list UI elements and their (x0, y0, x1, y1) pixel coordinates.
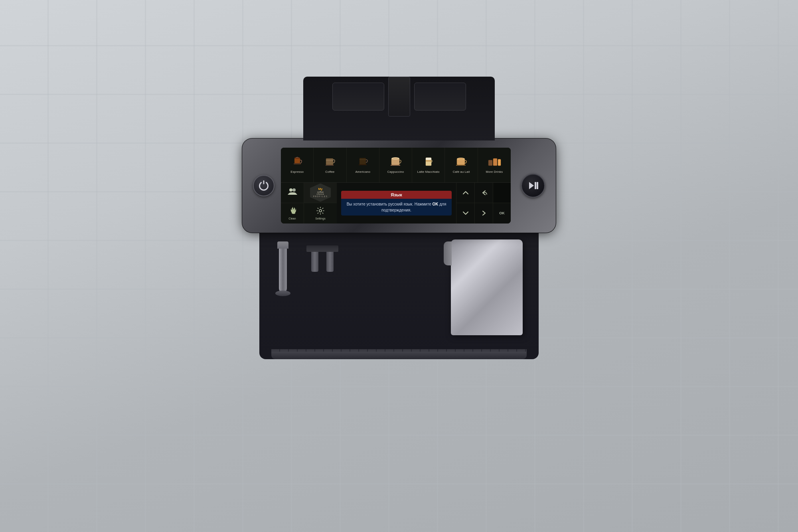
svg-point-1 (294, 157, 300, 159)
coffee-label: Coffee (325, 170, 334, 174)
cafe-au-lait-button[interactable]: Café au Lait (445, 148, 478, 182)
power-button[interactable] (253, 175, 275, 196)
forward-button[interactable] (475, 203, 493, 223)
latte-macchiato-button[interactable]: Latte Macchiato (412, 148, 445, 182)
nav-back-forward (475, 183, 493, 223)
svg-rect-6 (359, 158, 366, 164)
left-controls-group: My coffee choice PROFILES (281, 183, 337, 223)
my-coffee-button[interactable]: My coffee choice PROFILES (304, 183, 337, 203)
profile-button[interactable] (281, 183, 304, 203)
steam-wand (275, 241, 290, 296)
cappuccino-label: Cappuccino (387, 170, 404, 174)
dialog-area: Язык Вы хотите установить русский язык. … (337, 183, 456, 223)
svg-rect-21 (488, 160, 492, 166)
more-drinks-icon (488, 156, 501, 169)
center-hopper (388, 77, 410, 117)
drip-tray (271, 349, 527, 359)
left-hopper (332, 83, 384, 111)
control-panel: Espresso Coffee (243, 140, 555, 231)
coffee-icon (324, 156, 336, 169)
nav-up-button[interactable] (456, 183, 474, 203)
machine-lower-body (259, 231, 539, 359)
nav-up-down (456, 183, 475, 223)
svg-rect-20 (456, 165, 466, 166)
controls-row: My coffee choice PROFILES (281, 183, 511, 223)
clean-label: Clean (288, 217, 296, 220)
settings-button[interactable]: Settings (304, 203, 337, 223)
svg-rect-23 (498, 159, 501, 166)
dispensing-area (306, 245, 338, 272)
clean-icon (289, 207, 296, 216)
svg-point-19 (458, 158, 464, 160)
dialog-box: Язык Вы хотите установить русский язык. … (341, 191, 452, 216)
svg-marker-27 (529, 182, 534, 189)
svg-rect-8 (359, 164, 367, 165)
svg-rect-4 (326, 160, 333, 161)
hexagon-badge: My coffee choice PROFILES (310, 184, 331, 202)
svg-rect-16 (426, 162, 431, 166)
cappuccino-icon (389, 156, 402, 169)
svg-rect-15 (426, 160, 431, 162)
ok-empty-top (493, 183, 511, 203)
profile-icon (288, 188, 297, 198)
coffee-button[interactable]: Coffee (314, 148, 346, 182)
my-label: My (318, 188, 322, 191)
svg-rect-22 (493, 158, 497, 166)
svg-rect-7 (359, 159, 366, 160)
more-drinks-button[interactable]: More Drinks (478, 148, 511, 182)
espresso-button[interactable]: Espresso (281, 148, 314, 182)
carafe (451, 239, 523, 335)
svg-rect-0 (294, 158, 300, 163)
svg-rect-3 (326, 158, 333, 165)
settings-label: Settings (315, 217, 325, 220)
svg-rect-29 (537, 182, 538, 189)
americano-icon (357, 156, 369, 169)
dialog-title: Язык (341, 191, 452, 199)
cafe-au-lait-icon (455, 156, 468, 169)
latte-macchiato-label: Latte Macchiato (417, 170, 440, 174)
espresso-icon (291, 156, 303, 169)
svg-rect-2 (294, 163, 301, 164)
latte-macchiato-icon (423, 156, 434, 169)
svg-point-25 (292, 188, 296, 192)
right-hopper (414, 83, 466, 111)
dialog-body: Вы хотите установить русский язык. Нажми… (341, 199, 452, 216)
espresso-label: Espresso (290, 170, 304, 174)
americano-label: Americano (355, 170, 370, 174)
svg-point-26 (319, 210, 322, 212)
cafe-au-lait-label: Café au Lait (453, 170, 470, 174)
americano-button[interactable]: Americano (347, 148, 379, 182)
settings-icon (316, 207, 324, 216)
svg-point-24 (289, 188, 292, 192)
drinks-row: Espresso Coffee (281, 148, 511, 183)
nav-down-button[interactable] (456, 203, 474, 223)
clean-button[interactable]: Clean (281, 203, 304, 223)
ok-button[interactable]: OK (493, 203, 511, 223)
back-button[interactable] (475, 183, 493, 203)
more-drinks-label: More Drinks (486, 170, 503, 174)
profiles-label: PROFILES (313, 196, 328, 198)
svg-rect-12 (391, 165, 400, 166)
svg-rect-28 (535, 182, 536, 189)
coffee-machine: Espresso Coffee (180, 77, 618, 456)
ok-label: OK (499, 211, 505, 215)
touchscreen-display: Espresso Coffee (281, 148, 511, 223)
ok-area: OK (493, 183, 511, 223)
cappuccino-button[interactable]: Cappuccino (379, 148, 412, 182)
play-stop-button[interactable] (521, 174, 545, 198)
svg-point-11 (393, 158, 398, 159)
svg-rect-14 (426, 158, 431, 160)
svg-rect-5 (326, 165, 334, 166)
dialog-text: Вы хотите установить русский язык. Нажми… (344, 201, 448, 213)
